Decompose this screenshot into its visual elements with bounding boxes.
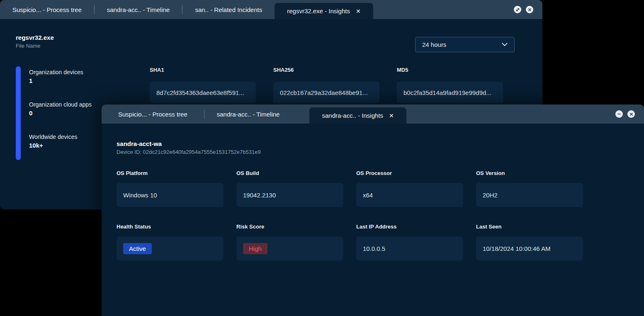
tab-sandra-acct-timeline[interactable]: sandra-acc.. - Timeline xyxy=(95,0,182,19)
expand-window-button[interactable] xyxy=(514,6,521,13)
stat-worldwide-devices: Worldwide devices 10k+ xyxy=(29,134,77,149)
stat-label: Organization devices xyxy=(29,69,83,75)
sha256-value: 022cb167a29a32dae848be91... xyxy=(280,89,368,96)
window-device-insights: Suspicio... - Process tree sandra-acc.. … xyxy=(102,105,644,316)
expand-icon xyxy=(515,7,520,12)
stat-value: 0 xyxy=(29,109,92,117)
stat-value: 10k+ xyxy=(29,142,77,149)
tab-label: Suspicio... - Process tree xyxy=(118,111,187,118)
field-os-build: OS Build 19042.2130 xyxy=(236,170,343,207)
tab-label: sandra-acc.. - Timeline xyxy=(217,111,280,118)
field-value-box: Active xyxy=(117,236,224,260)
stat-label: Organization cloud apps xyxy=(29,101,92,108)
tab-suspicious-process-tree[interactable]: Suspicio... - Process tree xyxy=(0,0,94,19)
field-value-box: 022cb167a29a32dae848be91... xyxy=(273,82,379,103)
field-label: OS Processor xyxy=(356,170,463,176)
tab-sandra-acct-insights-active[interactable]: sandra-acc.. - Insights ✕ xyxy=(309,107,406,124)
last-ip-value: 10.0.0.5 xyxy=(363,245,385,252)
field-last-seen: Last Seen 10/18/2024 10:00:46 AM xyxy=(476,224,583,260)
field-label: Last Seen xyxy=(476,224,583,230)
tab-label: regsvr32.exe - Insights xyxy=(287,7,350,15)
health-status-badge: Active xyxy=(123,243,152,254)
back-tab-bar: Suspicio... - Process tree sandra-acc.. … xyxy=(0,0,542,19)
field-sha256: SHA256 022cb167a29a32dae848be91... xyxy=(273,67,379,103)
field-value-box: x64 xyxy=(356,183,463,207)
field-os-platform: OS Platform Windows 10 xyxy=(117,170,224,207)
field-last-ip-address: Last IP Address 10.0.0.5 xyxy=(356,224,463,260)
tab-label: sandra-acc.. - Insights xyxy=(322,112,383,119)
field-label: OS Platform xyxy=(117,170,224,176)
risk-score-badge: High xyxy=(243,243,267,254)
time-range-value: 24 hours xyxy=(422,41,446,48)
field-label: Health Status xyxy=(117,224,224,230)
tab-related-incidents[interactable]: san.. - Related Incidents xyxy=(182,0,275,19)
field-label: SHA256 xyxy=(273,67,379,73)
field-label: MD5 xyxy=(397,67,503,73)
field-label: Risk Score xyxy=(236,224,343,230)
desktop-canvas: Suspicio... - Process tree sandra-acc.. … xyxy=(0,0,644,316)
sha1-value: 8d7c2fd354363daee63e8f591... xyxy=(156,89,244,96)
device-id-caption: Device ID: 02dc21c92e640fa2954a7555e1531… xyxy=(117,149,261,155)
field-sha1: SHA1 8d7c2fd354363daee63e8f591... xyxy=(150,67,256,103)
close-icon xyxy=(629,112,633,116)
last-seen-value: 10/18/2024 10:00:46 AM xyxy=(483,245,550,252)
field-label: Last IP Address xyxy=(356,224,463,230)
front-window-controls xyxy=(615,105,644,124)
device-name-title: sandra-acct-wa xyxy=(117,140,261,147)
field-risk-score: Risk Score High xyxy=(236,224,343,260)
tab-close-icon[interactable]: ✕ xyxy=(389,112,394,119)
md5-value: b0c2fa35d14a9fad919e99d9d... xyxy=(403,89,491,96)
stat-organization-devices: Organization devices 1 xyxy=(29,69,83,84)
file-header: regsvr32.exe File Name xyxy=(16,34,54,49)
field-value-box: 10/18/2024 10:00:46 AM xyxy=(476,236,583,260)
device-header: sandra-acct-wa Device ID: 02dc21c92e640f… xyxy=(117,140,261,155)
tab-close-icon[interactable]: ✕ xyxy=(356,8,361,15)
hash-fields: SHA1 8d7c2fd354363daee63e8f591... SHA256… xyxy=(150,67,503,103)
tab-label: san.. - Related Incidents xyxy=(195,6,262,13)
field-value-box: 20H2 xyxy=(476,183,583,207)
field-value-box: 8d7c2fd354363daee63e8f591... xyxy=(150,82,256,103)
close-window-button[interactable] xyxy=(526,6,533,13)
os-version-value: 20H2 xyxy=(483,192,498,199)
stat-label: Worldwide devices xyxy=(29,134,77,140)
field-os-version: OS Version 20H2 xyxy=(476,170,583,207)
close-window-button[interactable] xyxy=(627,110,635,118)
field-os-processor: OS Processor x64 xyxy=(356,170,463,207)
tab-label: sandra-acc.. - Timeline xyxy=(107,6,170,13)
field-label: OS Build xyxy=(236,170,343,176)
field-value-box: High xyxy=(236,236,343,260)
chevron-down-icon xyxy=(502,43,508,46)
field-health-status: Health Status Active xyxy=(117,224,224,260)
stat-value: 1 xyxy=(29,77,83,84)
stats-accent-bar xyxy=(16,66,21,160)
os-build-value: 19042.2130 xyxy=(243,192,276,199)
time-range-dropdown[interactable]: 24 hours xyxy=(415,37,515,52)
field-value-box: b0c2fa35d14a9fad919e99d9d... xyxy=(397,82,503,103)
tab-label: Suspicio... - Process tree xyxy=(12,6,82,13)
os-processor-value: x64 xyxy=(363,192,373,199)
device-fields-grid: OS Platform Windows 10 OS Build 19042.21… xyxy=(117,170,583,260)
stat-organization-cloud-apps: Organization cloud apps 0 xyxy=(29,101,92,117)
field-label: SHA1 xyxy=(150,67,256,73)
file-name-title: regsvr32.exe xyxy=(16,34,54,41)
tab-sandra-acct-timeline[interactable]: sandra-acc.. - Timeline xyxy=(204,105,292,124)
minimize-window-button[interactable] xyxy=(615,110,623,118)
field-label: OS Version xyxy=(476,170,583,176)
front-tab-bar: Suspicio... - Process tree sandra-acc.. … xyxy=(102,105,644,124)
field-value-box: Windows 10 xyxy=(117,183,224,207)
tab-suspicious-process-tree[interactable]: Suspicio... - Process tree xyxy=(102,105,204,124)
minimize-icon xyxy=(617,112,621,116)
file-name-caption: File Name xyxy=(16,43,54,49)
back-window-controls xyxy=(514,0,542,19)
field-value-box: 19042.2130 xyxy=(236,183,343,207)
close-icon xyxy=(528,8,532,12)
os-platform-value: Windows 10 xyxy=(123,192,157,199)
field-md5: MD5 b0c2fa35d14a9fad919e99d9d... xyxy=(397,67,503,103)
tab-regsvr32-insights-active[interactable]: regsvr32.exe - Insights ✕ xyxy=(275,3,373,19)
field-value-box: 10.0.0.5 xyxy=(356,236,463,260)
